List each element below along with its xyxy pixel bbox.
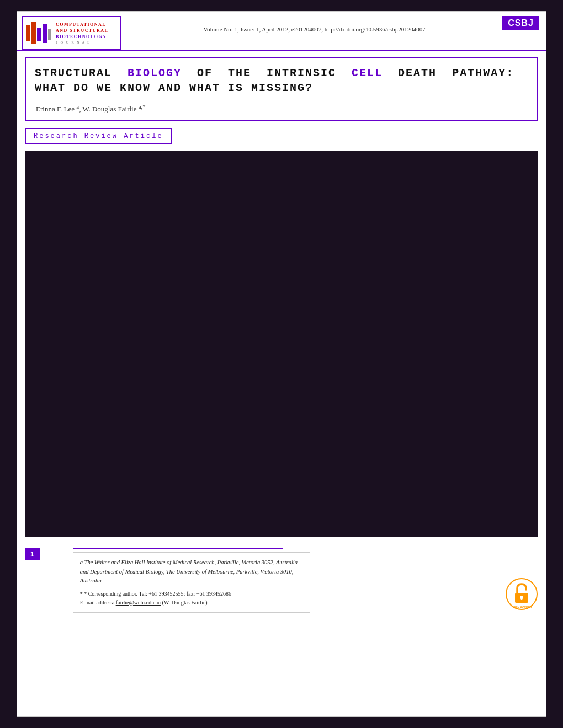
footnote-divider bbox=[73, 548, 283, 549]
email-suffix: (W. Douglas Fairlie) bbox=[162, 599, 208, 606]
footer-area: 1 a The Walter and Eliza Hall Institute … bbox=[17, 548, 546, 618]
journal-logo-text: COMPUTATIONAL AND STRUCTURAL BIOTECHNOLO… bbox=[56, 22, 108, 45]
article-type-badge: Research Review Article bbox=[25, 128, 172, 144]
volume-info: Volume No: 1, Issue: 1, April 2012, e201… bbox=[121, 16, 497, 33]
svg-rect-0 bbox=[26, 25, 30, 41]
page-number: 1 bbox=[25, 548, 40, 560]
corresponding-text: * Corresponding author. Tel: +61 3934525… bbox=[84, 591, 231, 597]
title-of-intrinsic: OF THE INTRINSIC bbox=[182, 67, 352, 79]
open-access-badge: OPEN ACCESS bbox=[505, 577, 538, 613]
author-fairlie-sup: a,* bbox=[139, 103, 146, 110]
article-title: STRUCTURAL BioLoGY OF THE INTRINSIC CELL… bbox=[35, 66, 528, 95]
footnote-corresponding: * * Corresponding author. Tel: +61 39345… bbox=[80, 590, 303, 607]
footnote-institution: a The Walter and Eliza Hall Institute of… bbox=[80, 558, 303, 585]
title-death-pathway: DEATH PATHWAY: bbox=[383, 67, 514, 79]
svg-rect-1 bbox=[31, 22, 36, 44]
title-structural: STRUCTURAL bbox=[35, 67, 128, 79]
article-title-block: STRUCTURAL BioLoGY OF THE INTRINSIC CELL… bbox=[25, 57, 538, 121]
title-line2: WHAT DO WE KNOW AND WHAT IS MISSING? bbox=[35, 82, 313, 94]
author-lee: Erinna F. Lee a bbox=[36, 105, 79, 113]
main-content-area bbox=[25, 151, 538, 537]
email-label: E-mail address: bbox=[80, 599, 114, 606]
svg-rect-3 bbox=[43, 24, 47, 43]
svg-text:OPEN ACCESS: OPEN ACCESS bbox=[512, 606, 532, 609]
article-type-section: Research Review Article bbox=[25, 128, 538, 144]
logo-graphic-icon bbox=[25, 19, 52, 47]
svg-rect-2 bbox=[37, 28, 41, 41]
title-biology: BioLoGY bbox=[128, 67, 182, 79]
footnote-box: a The Walter and Eliza Hall Institute of… bbox=[73, 552, 310, 613]
author-lee-sup: a bbox=[76, 103, 79, 110]
article-authors: Erinna F. Lee a, W. Douglas Fairlie a,* bbox=[35, 103, 528, 114]
page-header: COMPUTATIONAL AND STRUCTURAL BIOTECHNOLO… bbox=[17, 12, 546, 51]
svg-rect-8 bbox=[521, 597, 523, 600]
author-fairlie: W. Douglas Fairlie a,* bbox=[82, 105, 145, 113]
title-cell: CELL bbox=[352, 67, 383, 79]
email-address: fairlie@wehi.edu.au bbox=[116, 599, 161, 606]
journal-logo: COMPUTATIONAL AND STRUCTURAL BIOTECHNOLO… bbox=[22, 16, 121, 50]
svg-rect-4 bbox=[48, 29, 51, 40]
csbj-badge: CSBJ bbox=[502, 16, 539, 30]
page-container: COMPUTATIONAL AND STRUCTURAL BIOTECHNOLO… bbox=[17, 11, 546, 717]
open-access-icon: OPEN ACCESS bbox=[505, 577, 538, 611]
